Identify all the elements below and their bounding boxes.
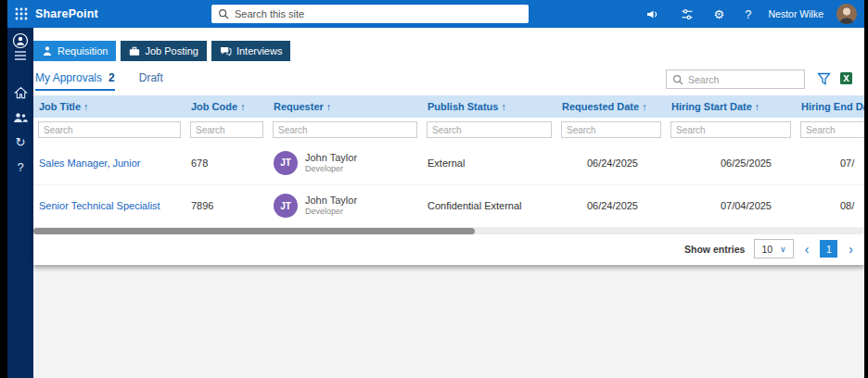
requested-date-cell: 06/24/2025 xyxy=(556,184,666,227)
table-row: Senior Technical Specialist 7896 JT John… xyxy=(33,184,864,227)
column-header-hiring-start-date[interactable]: Hiring Start Date↑ xyxy=(666,95,796,118)
table-row: Sales Manager, Junior 678 JT John Taylor… xyxy=(33,142,864,184)
tab-draft[interactable]: Draft xyxy=(139,71,163,89)
filter-input-requested-date[interactable] xyxy=(561,121,661,138)
people-icon xyxy=(13,112,28,123)
job-title-link[interactable]: Senior Technical Specialist xyxy=(39,200,160,211)
approvals-table: Job Title↑ Job Code↑ Requester↑ Publish … xyxy=(33,95,864,228)
hiring-start-date-cell: 07/04/2025 xyxy=(666,184,796,227)
list-search-input[interactable] xyxy=(688,74,798,85)
column-header-requested-date[interactable]: Requested Date↑ xyxy=(556,95,666,118)
site-search-input[interactable] xyxy=(235,8,522,19)
column-label: Requester xyxy=(274,101,324,112)
column-header-requester[interactable]: Requester↑ xyxy=(268,95,422,118)
requester-role: Developer xyxy=(305,207,357,218)
requester-avatar: JT xyxy=(274,151,298,175)
publish-status-cell: Confidential External xyxy=(422,184,556,227)
sidebar-item-help[interactable]: ? xyxy=(7,159,33,174)
filter-icon[interactable] xyxy=(817,72,831,85)
show-entries-label: Show entries xyxy=(684,244,745,255)
sort-ascending-icon: ↑ xyxy=(501,101,506,112)
sort-ascending-icon: ↑ xyxy=(326,101,332,112)
person-icon xyxy=(42,45,53,57)
sort-ascending-icon: ↑ xyxy=(240,101,246,112)
excel-export-icon[interactable] xyxy=(839,71,853,85)
app-name: SharePoint xyxy=(35,7,98,20)
horizontal-scrollbar[interactable] xyxy=(33,228,864,234)
sidebar-item-people[interactable] xyxy=(7,110,33,125)
requester-avatar: JT xyxy=(274,194,298,218)
user-name[interactable]: Nestor Wilke xyxy=(768,8,823,19)
sliders-icon[interactable] xyxy=(681,8,694,20)
job-posting-button-label: Job Posting xyxy=(145,45,198,57)
previous-page-button[interactable]: ‹ xyxy=(803,242,811,257)
caret-down-icon: ∨ xyxy=(780,245,786,254)
sort-ascending-icon: ↑ xyxy=(642,101,647,112)
column-header-job-code[interactable]: Job Code↑ xyxy=(185,95,268,118)
search-icon xyxy=(672,74,683,85)
column-label: Hiring End Date xyxy=(801,101,864,112)
main-content: Requisition Job Posting Interviews My Ap… xyxy=(33,28,864,378)
job-posting-button[interactable]: Job Posting xyxy=(121,41,206,61)
hiring-start-date-cell: 06/25/2025 xyxy=(666,142,796,184)
history-icon: ↻ xyxy=(16,136,26,148)
tab-row: My Approvals2 Draft xyxy=(35,71,163,91)
sort-ascending-icon: ↑ xyxy=(755,101,760,112)
sort-ascending-icon: ↑ xyxy=(83,101,89,112)
filter-row xyxy=(33,118,864,142)
chat-bubbles-icon xyxy=(220,46,232,57)
filter-input-job-code[interactable] xyxy=(190,121,263,138)
app-launcher-button[interactable] xyxy=(7,0,35,28)
my-approvals-count-badge: 2 xyxy=(108,71,115,84)
filter-input-hiring-start-date[interactable] xyxy=(670,121,791,138)
column-header-job-title[interactable]: Job Title↑ xyxy=(33,95,185,118)
megaphone-icon[interactable] xyxy=(646,8,660,20)
requisition-button-label: Requisition xyxy=(57,45,108,57)
pagination: Show entries 10 ∨ ‹ 1 › xyxy=(684,239,855,258)
user-avatar[interactable] xyxy=(836,4,857,24)
page-size-select[interactable]: 10 ∨ xyxy=(754,239,793,258)
site-search-box[interactable] xyxy=(211,5,529,23)
module-toolbar: Requisition Job Posting Interviews xyxy=(33,41,290,61)
scrollbar-thumb[interactable] xyxy=(33,228,475,234)
hiring-end-date-cell: 08/ xyxy=(796,184,864,227)
column-label: Job Title xyxy=(39,101,81,112)
menu-icon xyxy=(14,50,27,61)
sidebar-help-icon: ? xyxy=(17,161,23,173)
side-nav: ↻ ? xyxy=(7,28,33,378)
tab-my-approvals[interactable]: My Approvals2 xyxy=(35,71,115,91)
column-label: Requested Date xyxy=(562,101,639,112)
column-label: Job Code xyxy=(191,101,237,112)
briefcase-icon xyxy=(129,46,140,57)
sidebar-item-profile[interactable] xyxy=(7,33,33,48)
home-icon xyxy=(14,86,28,99)
table-header-row: Job Title↑ Job Code↑ Requester↑ Publish … xyxy=(33,95,864,118)
filter-input-publish-status[interactable] xyxy=(427,121,552,138)
filter-input-hiring-end-date[interactable] xyxy=(800,121,864,138)
user-circle-icon xyxy=(12,32,29,49)
hiring-end-date-cell: 07/ xyxy=(796,142,864,184)
requested-date-cell: 06/24/2025 xyxy=(556,142,666,184)
suite-bar-right: ⚙ ? Nestor Wilke xyxy=(646,0,857,28)
column-header-publish-status[interactable]: Publish Status↑ xyxy=(422,95,556,118)
requisition-button[interactable]: Requisition xyxy=(33,41,116,61)
next-page-button[interactable]: › xyxy=(847,242,855,257)
job-code-cell: 7896 xyxy=(185,184,268,227)
sidebar-item-history[interactable]: ↻ xyxy=(7,134,33,149)
help-icon[interactable]: ? xyxy=(745,8,751,20)
job-title-link[interactable]: Sales Manager, Junior xyxy=(39,158,140,169)
filter-input-requester[interactable] xyxy=(273,121,417,138)
filter-input-job-title[interactable] xyxy=(38,121,181,138)
column-header-hiring-end-date[interactable]: Hiring End Date↑ xyxy=(796,95,864,118)
waffle-icon xyxy=(15,7,28,20)
interviews-button[interactable]: Interviews xyxy=(211,41,291,61)
sidebar-item-home[interactable] xyxy=(7,85,33,100)
list-search-box[interactable] xyxy=(666,69,805,89)
requester-name: John Taylor xyxy=(305,194,357,207)
sidebar-item-menu[interactable] xyxy=(7,48,33,63)
current-page-button[interactable]: 1 xyxy=(820,240,837,258)
column-label: Hiring Start Date xyxy=(671,101,752,112)
column-label: Publish Status xyxy=(428,101,498,112)
requester-role: Developer xyxy=(305,164,357,175)
settings-gear-icon[interactable]: ⚙ xyxy=(714,8,725,20)
